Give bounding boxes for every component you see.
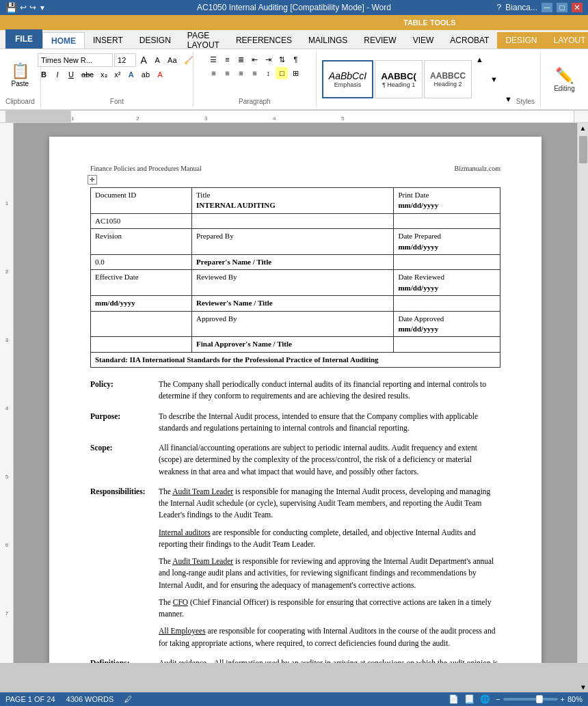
underline-btn[interactable]: U [65, 68, 77, 81]
editing-label: Editing [554, 85, 575, 92]
purpose-label: Purpose: [90, 411, 159, 435]
track-changes-icon[interactable]: 🖊 [124, 695, 132, 703]
style-heading1[interactable]: AABBC( ¶ Heading 1 [375, 60, 423, 98]
font-format-row: B I U abc x₂ x² A ab A [38, 68, 166, 81]
borders-btn[interactable]: ⊞ [289, 67, 302, 79]
font-color-btn[interactable]: A [154, 68, 166, 81]
tab-table-design[interactable]: DESIGN [497, 32, 545, 49]
tab-references[interactable]: REFERENCES [228, 32, 300, 49]
font-size-input[interactable]: 12 [114, 53, 136, 67]
zoom-out-btn[interactable]: − [496, 695, 500, 703]
increase-indent-btn[interactable]: ⇥ [262, 53, 274, 66]
title-bar-right-controls: ? Bianca... ─ □ ✕ [497, 3, 583, 12]
tab-review[interactable]: REVIEW [356, 32, 404, 49]
title-bar-title: AC1050 Internal Auditing [Compatibility … [197, 3, 391, 12]
tab-acrobat[interactable]: ACROBAT [442, 32, 497, 49]
styles-scroll-up[interactable]: ▲ [473, 53, 486, 66]
align-right-btn[interactable]: ≡ [235, 67, 247, 79]
help-icon[interactable]: ? [497, 3, 502, 12]
def-para1: Audit evidence – All information used by… [159, 657, 500, 663]
superscript-btn[interactable]: x² [111, 68, 124, 81]
table-tools-label: TABLE TOOLS [403, 18, 456, 27]
style-emphasis[interactable]: AaBbCcI Emphasis [322, 60, 373, 98]
tab-file[interactable]: FILE [5, 29, 42, 49]
tab-insert[interactable]: INSERT [85, 32, 131, 49]
table-move-handle[interactable]: ✛ [88, 175, 97, 185]
zoom-in-btn[interactable]: + [561, 695, 565, 703]
user-name: Bianca... [505, 3, 537, 12]
style-h1-label: ¶ Heading 1 [381, 81, 416, 88]
styles-expand[interactable]: ▼ [502, 93, 515, 105]
tab-mailings[interactable]: MAILINGS [300, 32, 356, 49]
empty-reviewed [394, 296, 500, 311]
empty-final [394, 337, 500, 352]
table-row: Revision Prepared By Date Preparedmm/dd/… [91, 229, 500, 255]
clipboard-label: Clipboard [5, 98, 35, 105]
standard-cell: Standard: IIA International Standards fo… [91, 352, 500, 367]
minimize-btn[interactable]: ─ [542, 3, 552, 12]
print-date-value: mm/dd/yyyy [398, 201, 438, 209]
page-header: Finance Policies and Procedures Manual B… [90, 164, 500, 176]
ribbon-group-font: Times New R... 12 A A Aa 🧹 B I U abc x₂ … [41, 52, 193, 107]
approved-by-label: Approved By [192, 311, 394, 337]
restore-btn[interactable]: □ [557, 3, 567, 12]
vertical-scrollbar[interactable]: ▲ ▼ [577, 123, 588, 663]
print-date-label: Print Datemm/dd/yyyy [394, 188, 500, 214]
bold-btn[interactable]: B [38, 68, 50, 81]
responsibilities-label: Responsibilities: [90, 486, 159, 649]
scroll-thumb[interactable] [579, 136, 587, 163]
view-print-icon[interactable]: 📃 [464, 694, 475, 704]
align-center-btn[interactable]: ≡ [221, 67, 233, 79]
effective-date-label: Effective Date [91, 270, 192, 296]
paste-button[interactable]: 📋 Paste [6, 60, 34, 90]
svg-text:7: 7 [5, 610, 9, 616]
change-case-btn[interactable]: Aa [165, 54, 179, 66]
doc-scroll-area[interactable]: Finance Policies and Procedures Manual B… [14, 123, 577, 663]
tab-page-layout[interactable]: PAGE LAYOUT [179, 32, 228, 49]
multilevel-btn[interactable]: ≣ [235, 53, 247, 66]
font-name-input[interactable]: Times New R... [38, 53, 113, 67]
text-effects-btn[interactable]: A [125, 68, 137, 81]
styles-scroll-down[interactable]: ▼ [487, 73, 500, 85]
zoom-slider[interactable] [503, 698, 558, 701]
strikethrough-btn[interactable]: abc [79, 68, 96, 81]
prepared-by-value: Preparer's Name / Title [192, 254, 394, 269]
view-web-icon[interactable]: 🌐 [480, 694, 490, 704]
increase-font-btn[interactable]: A [137, 54, 150, 66]
font-label: Font [110, 98, 124, 105]
decrease-font-btn[interactable]: A [151, 54, 163, 66]
justify-btn[interactable]: ≡ [248, 67, 260, 79]
date-prepared-label: Date Preparedmm/dd/yyyy [394, 229, 500, 255]
show-marks-btn[interactable]: ¶ [289, 53, 302, 66]
tab-home[interactable]: HOME [42, 32, 85, 49]
italic-btn[interactable]: I [51, 68, 64, 81]
subscript-btn[interactable]: x₂ [98, 68, 110, 81]
para-row2: ≡ ≡ ≡ ≡ ↕ □ ⊞ [207, 67, 302, 79]
table-row: Final Approver's Name / Title [91, 337, 500, 352]
bullets-btn[interactable]: ☰ [207, 53, 219, 66]
close-btn[interactable]: ✕ [572, 3, 583, 12]
revision-value: 0.0 [91, 254, 192, 269]
ruler: 1 2 3 4 5 [0, 111, 588, 123]
sort-btn[interactable]: ⇅ [276, 53, 288, 66]
status-right: 📄 📃 🌐 − + 80% [449, 694, 583, 704]
scroll-up-btn[interactable]: ▲ [580, 124, 587, 132]
styles-label: Styles [516, 98, 535, 105]
ribbon-group-clipboard: 📋 Paste Clipboard [0, 52, 41, 107]
line-spacing-btn[interactable]: ↕ [262, 67, 274, 79]
word-count: 4306 WORDS [66, 695, 114, 703]
tab-view[interactable]: VIEW [405, 32, 442, 49]
decrease-indent-btn[interactable]: ⇤ [248, 53, 260, 66]
style-heading2[interactable]: AABBCC Heading 2 [424, 60, 472, 98]
align-left-btn[interactable]: ≡ [207, 67, 219, 79]
text-highlight-btn[interactable]: ab [139, 68, 152, 81]
tab-table-layout[interactable]: LAYOUT [545, 32, 588, 49]
numbering-btn[interactable]: ≡ [221, 53, 233, 66]
table-row: AC1050 [91, 213, 500, 228]
shading-btn[interactable]: □ [276, 67, 288, 79]
paragraph-label: Paragraph [239, 98, 271, 105]
policy-section-scope: Scope: All financial/accounting operatio… [90, 442, 500, 478]
tab-design[interactable]: DESIGN [131, 32, 179, 49]
table-row: Approved By Date Approvedmm/dd/yyyy [91, 311, 500, 337]
view-read-icon[interactable]: 📄 [449, 694, 459, 704]
